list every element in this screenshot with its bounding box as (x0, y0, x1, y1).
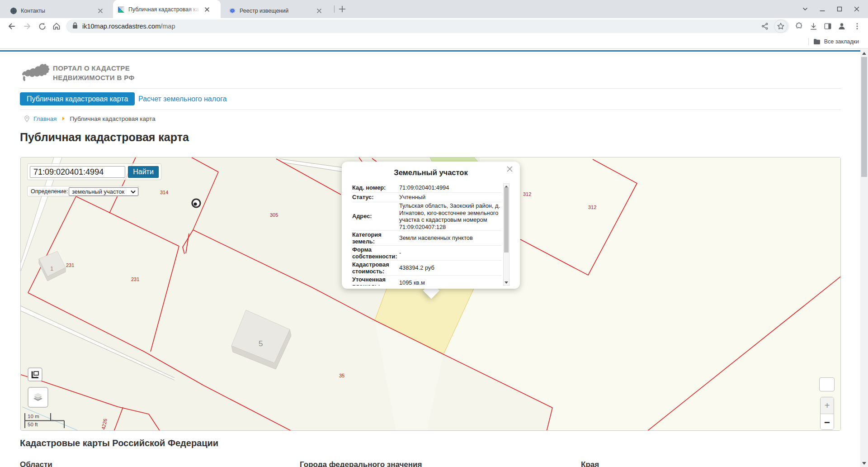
reload-button[interactable] (35, 19, 49, 33)
parcel-label: 312 (523, 191, 531, 197)
popup-row: Категория земель: Земли населенных пункт… (352, 231, 501, 246)
parcel-label: 312 (588, 205, 596, 210)
scale-meters: 10 m (28, 414, 39, 419)
window-maximize-icon[interactable] (836, 6, 843, 12)
tab-close-icon[interactable] (97, 7, 104, 14)
zoom-in-button[interactable]: + (821, 397, 834, 414)
parcel-label: 305 (270, 212, 278, 218)
bookmarks-separator (808, 38, 809, 45)
parcel-label: 231 (66, 262, 74, 268)
popup-table: Кад. номер: 71:09:020401:4994 Статус: Уч… (352, 183, 501, 286)
eagle-favicon-icon (229, 7, 236, 14)
webpage-viewport: ПОРТАЛ О КАДАСТРЕ НЕДВИЖИМОСТИ В РФ Публ… (0, 49, 860, 467)
popup-scroll-down-icon[interactable] (504, 280, 509, 285)
url-text: ik10map.roscadastres.com/map (82, 23, 175, 30)
cadastral-map[interactable]: 1 5 314 305 231 231 312 312 35 4226 Найт… (20, 157, 841, 431)
popup-scroll-thumb[interactable] (504, 187, 509, 253)
scrollbar-up-icon[interactable] (860, 49, 868, 57)
popup-scrollbar[interactable] (503, 183, 509, 286)
parcel-label: 231 (131, 276, 139, 282)
map-pin-icon (24, 115, 29, 122)
address-bar[interactable]: ik10map.roscadastres.com/map (66, 19, 789, 33)
building-label: 1 (50, 265, 53, 272)
window-controls (802, 0, 868, 18)
tab-registry[interactable]: Реестр извещений (224, 4, 331, 18)
browser-tab-strip: Контакты Публичная кадастровая ка Реестр… (0, 0, 868, 18)
tab-cadastral-map-active[interactable]: Публичная кадастровая ка (113, 0, 221, 18)
divider (20, 88, 841, 89)
chevron-down-icon (131, 190, 136, 195)
layers-button[interactable] (28, 387, 48, 408)
scrollbar-down-icon[interactable] (860, 459, 868, 467)
layers-icon (32, 391, 44, 403)
portal-logo-russia-map-icon (22, 62, 51, 83)
folder-icon (813, 38, 821, 45)
divider (20, 110, 841, 110)
forward-button[interactable] (20, 19, 34, 33)
scale-feet: 50 ft (28, 422, 38, 427)
profile-avatar-icon[interactable] (835, 19, 849, 33)
footer-heading: Кадастровые карты Российской Федерации (20, 438, 218, 448)
footer-column-krais: Края (581, 460, 599, 467)
lock-icon (72, 22, 78, 31)
page-scrollbar[interactable] (860, 49, 868, 467)
definition-select[interactable]: земельный участок (69, 187, 138, 196)
home-button[interactable] (50, 19, 63, 33)
breadcrumb-current: Публичная кадастровая карта (70, 115, 155, 122)
search-input[interactable] (30, 166, 125, 178)
position-marker-icon (191, 198, 201, 208)
tab-contacts[interactable]: Контакты (5, 4, 110, 18)
bookmarks-bar: Все закладки (0, 34, 868, 49)
window-close-icon[interactable] (854, 6, 860, 12)
tab-title: Публичная кадастровая ка (128, 6, 200, 13)
popup-row: Форма собственности: - (352, 246, 501, 261)
side-panel-icon[interactable] (821, 19, 835, 33)
portal-logo-text: ПОРТАЛ О КАДАСТРЕ НЕДВИЖИМОСТИ В РФ (53, 63, 135, 82)
definition-control: Определение: земельный участок (27, 186, 139, 196)
popup-title: Земельный участок (342, 168, 520, 177)
building-label: 5 (259, 339, 263, 348)
download-icon[interactable] (807, 19, 820, 33)
parcel-label: 35 (339, 373, 344, 378)
tab-separator (334, 5, 335, 13)
breadcrumb-home-link[interactable]: Главная (33, 115, 57, 122)
full-extent-button[interactable] (819, 377, 835, 391)
footer-column-federal-cities: Города федерального значения (300, 460, 422, 467)
tab-close-icon[interactable] (203, 6, 211, 13)
back-button[interactable] (5, 19, 19, 33)
tab-close-icon[interactable] (316, 7, 323, 14)
window-menu-chevron-icon[interactable] (802, 6, 808, 12)
measure-tool-button[interactable] (28, 367, 42, 381)
kebab-menu-icon[interactable] (850, 19, 864, 33)
breadcrumb: Главная Публичная кадастровая карта (24, 114, 156, 123)
all-bookmarks-button[interactable]: Все закладки (813, 37, 859, 47)
map-scale-bar: 10 m 50 ft (21, 410, 93, 431)
browser-toolbar: ik10map.roscadastres.com/map (0, 18, 868, 34)
new-tab-button[interactable] (337, 4, 347, 14)
zoom-control: + − (820, 397, 834, 430)
nav-tab-cadastral-map[interactable]: Публичная кадастровая карта (20, 92, 135, 105)
breadcrumb-arrow-icon (62, 117, 65, 120)
extensions-puzzle-icon[interactable] (792, 19, 806, 33)
cadastre-pinwheel-favicon-icon (118, 6, 125, 13)
window-minimize-icon[interactable] (819, 6, 826, 12)
map-search-control: Найти (27, 163, 161, 180)
popup-row: Кадастровая стоимость: 438394.2 руб (352, 261, 501, 276)
popup-row: Статус: Учтенный (352, 193, 501, 202)
search-button[interactable]: Найти (128, 166, 159, 178)
nav-link-land-tax[interactable]: Расчет земельного налога (138, 92, 227, 105)
tab-title: Реестр извещений (240, 8, 312, 14)
page-top-accent-line (0, 50, 860, 52)
tab-title: Контакты (21, 8, 93, 14)
zoom-out-button[interactable]: − (821, 415, 834, 430)
scrollbar-thumb[interactable] (861, 57, 867, 177)
globe-favicon-icon (10, 7, 17, 14)
footer-column-regions: Области (20, 460, 52, 467)
bookmark-star-icon[interactable] (774, 19, 788, 33)
share-icon[interactable] (758, 19, 772, 33)
popup-row: Уточненная площадь: 1095 кв.м (352, 276, 501, 286)
ruler-icon (31, 371, 39, 378)
page-title: Публичная кадастровая карта (20, 131, 189, 144)
parcel-info-popup: Земельный участок Кад. номер: 71:09:0204… (342, 162, 520, 289)
definition-label: Определение: (31, 188, 68, 195)
